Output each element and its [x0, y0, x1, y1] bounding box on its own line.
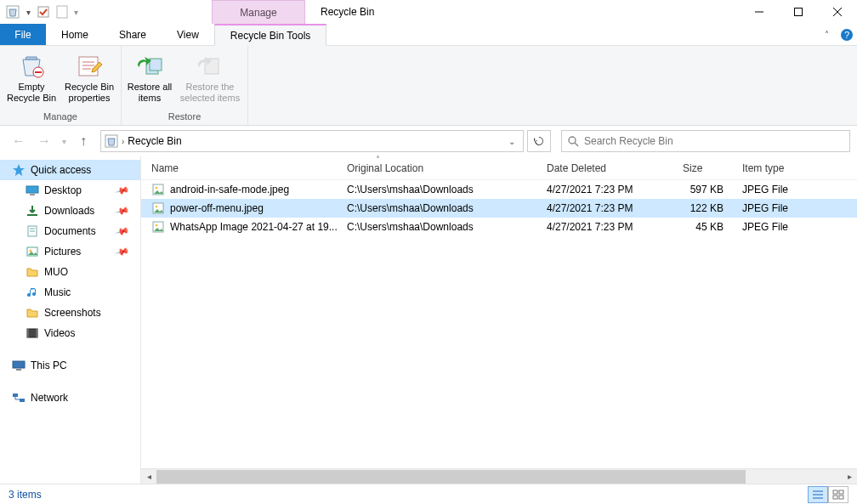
ribbon-group-manage: Empty Recycle Bin Recycle Bin properties… — [0, 46, 122, 125]
file-size: 45 KB — [673, 221, 732, 233]
recycle-bin-properties-button[interactable]: Recycle Bin properties — [63, 51, 116, 111]
properties-checkbox-icon[interactable] — [34, 3, 53, 21]
close-button[interactable] — [818, 0, 857, 24]
file-item-type: JPEG File — [732, 184, 826, 195]
network-icon — [12, 391, 26, 405]
image-file-icon — [151, 183, 165, 196]
svg-line-20 — [575, 143, 578, 146]
help-icon[interactable]: ? — [837, 24, 857, 45]
svg-marker-21 — [13, 164, 25, 176]
details-view-button[interactable] — [808, 486, 828, 503]
sidebar-network-label: Network — [31, 392, 68, 404]
scroll-track[interactable] — [156, 470, 842, 484]
sidebar-network[interactable]: Network — [0, 388, 140, 408]
collapse-ribbon-icon[interactable]: ˄ — [816, 24, 837, 45]
svg-point-29 — [30, 250, 32, 252]
folder-icon — [26, 265, 39, 279]
home-tab[interactable]: Home — [46, 24, 104, 45]
file-list-area: ˄ Name Original Location Date Deleted Si… — [141, 156, 857, 484]
column-header-name[interactable]: Name — [141, 156, 337, 179]
music-icon — [26, 286, 39, 299]
recycle-bin-icon[interactable] — [3, 3, 22, 21]
file-row[interactable]: android-in-safe-mode.jpegC:\Users\mshaa\… — [141, 180, 857, 199]
search-icon — [567, 135, 579, 147]
empty-recycle-bin-button[interactable]: Empty Recycle Bin — [5, 51, 58, 111]
qat-customize-icon[interactable]: ▾ — [71, 8, 80, 17]
sidebar-quick-access[interactable]: Quick access — [0, 160, 140, 180]
svg-text:?: ? — [844, 30, 849, 40]
sidebar-this-pc[interactable]: This PC — [0, 355, 140, 376]
file-size: 597 KB — [673, 184, 732, 195]
thumbnails-view-button[interactable] — [828, 486, 848, 503]
horizontal-scrollbar[interactable]: ◂ ▸ — [141, 468, 857, 484]
desktop-icon — [26, 184, 39, 197]
sidebar-quick-access-label: Quick access — [31, 164, 91, 176]
back-button[interactable]: ← — [7, 129, 31, 153]
svg-rect-49 — [839, 496, 843, 499]
recycle-bin-tools-tab[interactable]: Recycle Bin Tools — [214, 24, 327, 46]
svg-point-19 — [569, 137, 576, 144]
restore-selected-icon — [196, 51, 224, 80]
videos-icon — [26, 326, 39, 340]
up-button[interactable]: ↑ — [71, 129, 95, 153]
file-date-deleted: 4/27/2021 7:23 PM — [536, 221, 673, 233]
qat-dropdown-icon[interactable]: ▾ — [24, 8, 32, 17]
restore-selected-label: Restore the selected items — [178, 82, 242, 104]
scroll-right-icon[interactable]: ▸ — [842, 470, 857, 484]
image-file-icon — [151, 201, 165, 215]
column-header-original-location[interactable]: Original Location — [337, 156, 536, 179]
file-row[interactable]: WhatsApp Image 2021-04-27 at 19....C:\Us… — [141, 218, 857, 236]
svg-rect-16 — [150, 59, 162, 71]
refresh-button[interactable] — [527, 130, 551, 152]
sidebar-item-label: Downloads — [44, 205, 94, 217]
quick-access-toolbar: ▾ ▾ — [0, 3, 80, 21]
scroll-left-icon[interactable]: ◂ — [141, 470, 156, 484]
svg-point-42 — [156, 224, 158, 227]
address-bar[interactable]: › Recycle Bin ⌄ — [100, 130, 524, 152]
downloads-icon — [26, 204, 39, 218]
minimize-button[interactable] — [740, 0, 779, 24]
share-tab[interactable]: Share — [104, 24, 162, 45]
pin-icon: 📌 — [115, 183, 131, 198]
forward-button[interactable]: → — [32, 129, 56, 153]
address-history-dropdown[interactable]: ⌄ — [504, 137, 519, 146]
recent-locations-button[interactable]: ▾ — [58, 129, 70, 153]
column-header-date-deleted[interactable]: Date Deleted — [536, 156, 673, 179]
sidebar-item-screenshots[interactable]: Screenshots — [0, 303, 140, 323]
file-tab[interactable]: File — [0, 24, 46, 45]
maximize-button[interactable] — [779, 0, 818, 24]
sidebar-item-documents[interactable]: Documents📌 — [0, 221, 140, 241]
file-name: power-off-menu.jpeg — [170, 202, 264, 214]
breadcrumb-chevron-icon[interactable]: › — [122, 137, 124, 146]
sidebar-item-pictures[interactable]: Pictures📌 — [0, 241, 140, 262]
search-box[interactable] — [561, 130, 850, 152]
context-tab-manage[interactable]: Manage — [212, 0, 305, 24]
file-item-type: JPEG File — [732, 221, 826, 233]
sidebar-item-label: Music — [44, 286, 71, 298]
sidebar-item-music[interactable]: Music — [0, 282, 140, 303]
window-controls — [740, 0, 857, 24]
this-pc-icon — [12, 359, 26, 372]
address-path[interactable]: Recycle Bin — [128, 135, 501, 147]
column-header-size[interactable]: Size — [673, 156, 732, 179]
scroll-thumb[interactable] — [156, 470, 746, 484]
view-tab[interactable]: View — [162, 24, 214, 45]
sidebar-item-desktop[interactable]: Desktop📌 — [0, 180, 140, 201]
svg-rect-31 — [27, 329, 29, 337]
restore-all-icon — [135, 51, 164, 80]
column-header-item-type[interactable]: Item type — [732, 156, 826, 179]
sidebar-item-muo[interactable]: MUO — [0, 262, 140, 282]
sidebar-item-downloads[interactable]: Downloads📌 — [0, 201, 140, 221]
svg-rect-47 — [839, 490, 843, 494]
qat-blank-icon[interactable] — [54, 3, 70, 21]
search-input[interactable] — [584, 135, 844, 147]
sidebar-item-label: Screenshots — [44, 307, 101, 319]
file-row[interactable]: power-off-menu.jpegC:\Users\mshaa\Downlo… — [141, 199, 857, 218]
svg-point-40 — [156, 206, 158, 208]
restore-all-button[interactable]: Restore all items — [127, 51, 173, 111]
file-original-location: C:\Users\mshaa\Downloads — [337, 202, 536, 214]
svg-rect-35 — [13, 394, 18, 397]
sidebar-item-videos[interactable]: Videos — [0, 323, 140, 343]
status-bar: 3 items — [0, 484, 857, 504]
file-name: android-in-safe-mode.jpeg — [170, 184, 289, 195]
